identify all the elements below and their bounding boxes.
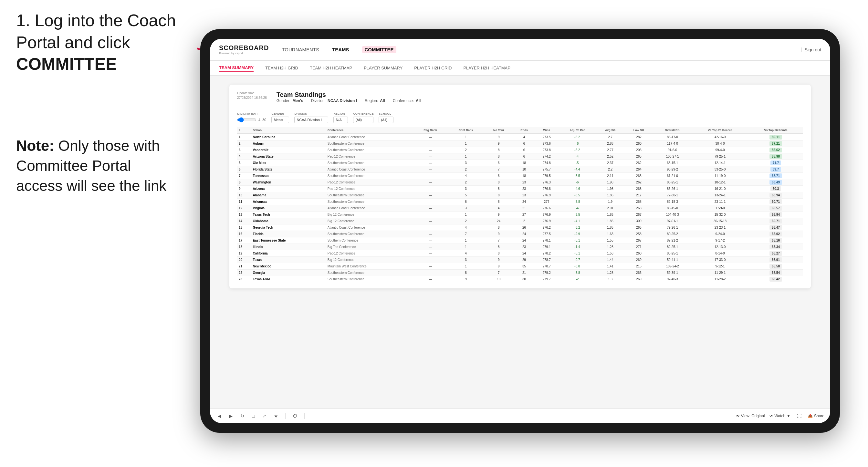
nav-committee[interactable]: COMMITTEE: [362, 46, 396, 53]
gender-select[interactable]: Men's: [271, 117, 289, 123]
sub-nav-team-summary[interactable]: TEAM SUMMARY: [219, 64, 254, 72]
table-row: 8 Washington Pac-12 Conference — 2 8 23 …: [237, 179, 803, 186]
table-row: 23 Texas A&M Southeastern Conference — 9…: [237, 276, 803, 282]
table-row: 6 Florida State Atlantic Coast Conferenc…: [237, 166, 803, 173]
note-text: Note: Only those with Committee Portal a…: [16, 136, 171, 196]
table-row: 10 Alabama Southeastern Conference — 5 8…: [237, 192, 803, 198]
table-row: 13 Texas Tech Big 12 Conference — 1 9 27…: [237, 212, 803, 218]
sub-nav-team-h2h-grid[interactable]: TEAM H2H GRID: [265, 64, 298, 72]
share-btn[interactable]: 📤 Share: [808, 414, 825, 418]
toolbar-clock[interactable]: ⏱: [291, 412, 299, 420]
table-row: 20 Texas Big 12 Conference — 3 9 29 278.…: [237, 257, 803, 263]
table-row: 2 Auburn Southeastern Conference — 1 9 6…: [237, 141, 803, 147]
standings-table: # School Conference Reg Rank Conf Rank N…: [237, 127, 803, 282]
toolbar-home[interactable]: □: [250, 412, 256, 420]
table-row: 3 Vanderbilt Southeastern Conference — 2…: [237, 147, 803, 153]
standings-card: Update time: 27/03/2024 16:56:26 Team St…: [229, 85, 811, 288]
sub-nav-player-h2h-heatmap[interactable]: PLAYER H2H HEATMAP: [463, 64, 510, 72]
min-rounds-slider[interactable]: [237, 117, 256, 122]
school-select[interactable]: (All): [379, 117, 394, 123]
toolbar-share2[interactable]: ↗: [260, 412, 268, 420]
table-row: 7 Tennessee Southeastern Conference — 4 …: [237, 173, 803, 179]
table-row: 12 Virginia Atlantic Coast Conference — …: [237, 205, 803, 212]
note-prefix: Note:: [16, 137, 54, 154]
instruction-prefix: 1. Log into the Coach Portal and click: [16, 11, 176, 52]
table-header-row: # School Conference Reg Rank Conf Rank N…: [237, 127, 803, 134]
filter-summary-row: Gender: Men's Division: NCAA Division I …: [277, 98, 421, 103]
filter-controls: Minimum Rou... 4 30 Gender Men's: [237, 112, 803, 123]
table-body: 1 North Carolina Atlantic Coast Conferen…: [237, 134, 803, 282]
table-row: 19 California Pac-12 Conference — 4 8 24…: [237, 250, 803, 257]
table-scroll-container[interactable]: # School Conference Reg Rank Conf Rank N…: [237, 127, 803, 282]
view-original-btn[interactable]: 👁 View: Original: [736, 414, 765, 418]
bottom-toolbar: ◀ ▶ ↻ □ ↗ ★ ⏱ 👁 View: Original 👁 Watch ▼…: [210, 408, 830, 423]
sign-out-link[interactable]: Sign out: [805, 47, 821, 52]
table-row: 14 Oklahoma Big 12 Conference — 2 24 2 2…: [237, 218, 803, 224]
table-row: 9 Arizona Pac-12 Conference — 3 8 23 276…: [237, 186, 803, 192]
card-title: Team Standings: [277, 91, 421, 98]
toolbar-back[interactable]: ◀: [216, 412, 223, 420]
table-row: 1 North Carolina Atlantic Coast Conferen…: [237, 134, 803, 141]
sub-nav-player-h2h-grid[interactable]: PLAYER H2H GRID: [414, 64, 452, 72]
toolbar-forward[interactable]: ▶: [227, 412, 235, 420]
watch-btn[interactable]: 👁 Watch ▼: [770, 414, 790, 418]
table-row: 17 East Tennessee State Southern Confere…: [237, 238, 803, 244]
logo-title: SCOREBOARD: [219, 44, 269, 51]
scoreboard-logo: SCOREBOARD Powered by clippd: [219, 44, 269, 55]
nav-bar: SCOREBOARD Powered by clippd TOURNAMENTS…: [210, 39, 830, 61]
update-time: Update time: 27/03/2024 16:56:26: [237, 91, 267, 100]
table-row: 22 Georgia Southeastern Conference — 8 7…: [237, 270, 803, 276]
min-rounds-value: 4: [258, 118, 260, 122]
logo-subtitle: Powered by clippd: [219, 52, 269, 55]
tablet-screen: SCOREBOARD Powered by clippd TOURNAMENTS…: [210, 39, 830, 423]
region-select[interactable]: N/A: [333, 117, 348, 123]
min-rounds-max: 30: [262, 118, 266, 122]
table-row: 11 Arkansas Southeastern Conference — 6 …: [237, 198, 803, 205]
table-row: 15 Georgia Tech Atlantic Coast Conferenc…: [237, 224, 803, 231]
table-row: 5 Ole Miss Southeastern Conference — 3 6…: [237, 160, 803, 166]
instruction-area: 1. Log into the Coach Portal and click C…: [16, 10, 210, 75]
main-content: Update time: 27/03/2024 16:56:26 Team St…: [210, 75, 830, 408]
toolbar-expand[interactable]: ⛶: [795, 412, 803, 420]
table-row: 21 New Mexico Mountain West Conference —…: [237, 263, 803, 270]
sub-nav-team-h2h-heatmap[interactable]: TEAM H2H HEATMAP: [310, 64, 352, 72]
conference-select[interactable]: (All): [353, 117, 373, 123]
instruction-text: 1. Log into the Coach Portal and click C…: [16, 10, 210, 75]
toolbar-reload[interactable]: ↻: [239, 412, 246, 420]
toolbar-bookmark[interactable]: ★: [272, 412, 280, 420]
note-area: Note: Only those with Committee Portal a…: [16, 136, 171, 196]
nav-items: TOURNAMENTS TEAMS COMMITTEE: [282, 45, 801, 54]
sub-nav-player-summary[interactable]: PLAYER SUMMARY: [364, 64, 403, 72]
nav-tournaments[interactable]: TOURNAMENTS: [282, 45, 319, 54]
tablet-device: SCOREBOARD Powered by clippd TOURNAMENTS…: [200, 29, 840, 433]
table-row: 4 Arizona State Pac-12 Conference — 1 8 …: [237, 153, 803, 160]
instruction-bold: COMMITTEE: [16, 55, 117, 73]
card-header: Update time: 27/03/2024 16:56:26 Team St…: [237, 91, 803, 107]
table-row: 18 Illinois Big Ten Conference — 1 8 23 …: [237, 244, 803, 250]
table-row: 16 Florida Southeastern Conference — 7 9…: [237, 231, 803, 238]
division-select[interactable]: NCAA Division I: [294, 117, 328, 123]
sub-nav: TEAM SUMMARY TEAM H2H GRID TEAM H2H HEAT…: [210, 61, 830, 75]
nav-teams[interactable]: TEAMS: [332, 45, 349, 54]
